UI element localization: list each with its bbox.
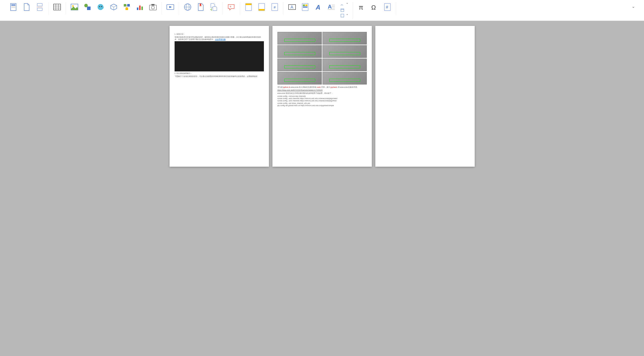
svg-rect-25 bbox=[141, 7, 143, 10]
3d-model-button[interactable] bbox=[108, 2, 119, 13]
cover-icon bbox=[10, 3, 18, 11]
picture-icon bbox=[70, 3, 78, 11]
omega-icon: Ω bbox=[370, 3, 378, 11]
svg-text:A: A bbox=[291, 5, 293, 9]
page1-text: 下图展示了该项目测试的部分，可以看出该模型的车牌检测和车牌识别的准确率还是很高的… bbox=[175, 75, 264, 77]
chart-button[interactable] bbox=[134, 2, 145, 13]
svg-text:#: # bbox=[274, 5, 276, 9]
page-thumbnail-1[interactable]: 1. 读者介绍： 车牌识别技术已经是非常成熟的技术，被研发出来的车牌识别算法也数… bbox=[170, 26, 269, 167]
svg-rect-18 bbox=[124, 4, 126, 7]
svg-rect-52 bbox=[341, 9, 344, 12]
bookmark-button[interactable] bbox=[195, 2, 206, 13]
collapse-ribbon-button[interactable]: ⌄ bbox=[628, 2, 639, 11]
textbox-icon: A bbox=[288, 3, 296, 11]
cover-page-button[interactable] bbox=[8, 2, 19, 13]
page1-text: 车牌识别技术已经是非常成熟的技术，被研发出来的车牌识别算法也数不胜数，并开发出各… bbox=[175, 36, 264, 40]
svg-rect-35 bbox=[246, 4, 252, 5]
sticker-icon bbox=[97, 3, 105, 11]
symbol-button[interactable]: Ω bbox=[369, 2, 380, 13]
page2-link: https://blog.csdn.net/ECHOSON/article/de… bbox=[277, 89, 367, 91]
footer-button[interactable] bbox=[256, 2, 267, 13]
crossref-icon bbox=[210, 3, 218, 11]
page1-text: 2. 部分测试效果展示： bbox=[175, 72, 264, 74]
svg-rect-26 bbox=[149, 5, 156, 10]
wordart-button[interactable]: A bbox=[313, 2, 324, 13]
svg-rect-20 bbox=[126, 8, 128, 10]
svg-text:A: A bbox=[315, 4, 320, 11]
page2-text: anaconda 安装完成之后请切换到国内的源来提高下载速度，命令如下： bbox=[277, 92, 367, 94]
table-button[interactable] bbox=[52, 2, 63, 13]
datetime-button[interactable] bbox=[339, 8, 349, 13]
header-button[interactable] bbox=[243, 2, 254, 13]
svg-text:A: A bbox=[328, 4, 332, 10]
svg-rect-23 bbox=[137, 8, 138, 10]
page-thumbnail-2[interactable]: 首先是 python & anaconda 的工具集优先需要安装 code 库来… bbox=[272, 26, 372, 167]
text-stack: ˅ ˅ bbox=[339, 2, 349, 18]
ribbon-group-headerfooter: # bbox=[240, 2, 284, 15]
shapes-button[interactable] bbox=[82, 2, 93, 13]
chart-icon bbox=[136, 3, 144, 11]
chevron-down-icon: ˅ bbox=[346, 3, 348, 6]
chevron-down-icon: ⌄ bbox=[632, 4, 635, 9]
header-icon bbox=[245, 3, 253, 11]
ribbon-group-text: A A A ˅ ˅ bbox=[284, 2, 353, 20]
blank-page-button[interactable] bbox=[21, 2, 32, 13]
link-button[interactable] bbox=[182, 2, 193, 13]
footer-icon bbox=[258, 3, 266, 11]
svg-text:π: π bbox=[359, 4, 363, 11]
screenshot-button[interactable] bbox=[147, 2, 158, 13]
page2-text: 首先是 python & anaconda 的工具集优先需要安装 code 库来… bbox=[277, 86, 367, 88]
ribbon-group-comments: + bbox=[223, 2, 240, 15]
pagenum-button[interactable]: # bbox=[269, 2, 280, 13]
svg-rect-4 bbox=[37, 4, 42, 6]
online-video-button[interactable] bbox=[165, 2, 176, 13]
ribbon-group-symbols: π Ω # bbox=[353, 2, 396, 15]
page-break-button[interactable] bbox=[34, 2, 45, 13]
dropcap-button[interactable]: A bbox=[326, 2, 337, 13]
smartart-icon bbox=[123, 3, 131, 11]
ribbon-group-links bbox=[179, 2, 223, 15]
icons-button[interactable] bbox=[95, 2, 106, 13]
svg-point-16 bbox=[99, 6, 100, 7]
equation-button[interactable]: π bbox=[356, 2, 367, 13]
svg-rect-28 bbox=[151, 4, 154, 6]
pi-icon: π bbox=[357, 3, 365, 11]
svg-text:#: # bbox=[386, 5, 388, 9]
comment-button[interactable]: + bbox=[226, 2, 237, 13]
svg-rect-37 bbox=[259, 9, 265, 11]
object-button[interactable]: ˅ bbox=[339, 13, 349, 18]
svg-rect-45 bbox=[303, 7, 307, 8]
page1-text: 1. 读者介绍： bbox=[175, 33, 264, 35]
parts-icon bbox=[301, 3, 309, 11]
comment-icon: + bbox=[227, 3, 235, 11]
quickparts-button[interactable] bbox=[300, 2, 311, 13]
video-icon bbox=[166, 3, 174, 11]
page-thumbnail-3[interactable] bbox=[375, 26, 475, 167]
svg-text:Ω: Ω bbox=[371, 4, 376, 11]
page1-code bbox=[175, 41, 264, 71]
svg-rect-54 bbox=[341, 14, 344, 17]
svg-rect-44 bbox=[305, 5, 307, 6]
svg-point-17 bbox=[101, 6, 102, 7]
ribbon-group-table bbox=[49, 2, 66, 15]
smartart-button[interactable] bbox=[121, 2, 132, 13]
ribbon-group-illustrations bbox=[66, 2, 162, 15]
svg-point-13 bbox=[72, 5, 74, 7]
crossref-button[interactable] bbox=[208, 2, 219, 13]
page2-image-grid bbox=[277, 32, 367, 84]
ribbon-group-media bbox=[162, 2, 179, 15]
number-button[interactable]: # bbox=[382, 2, 393, 13]
dropcap-icon: A bbox=[327, 3, 335, 11]
ribbon-insert-tab: + # A bbox=[0, 0, 644, 21]
picture-button[interactable] bbox=[69, 2, 80, 13]
textbox-button[interactable]: A bbox=[287, 2, 298, 13]
camera-icon bbox=[149, 3, 157, 11]
hash-icon: # bbox=[383, 3, 391, 11]
svg-text:+: + bbox=[230, 5, 231, 8]
chevron-down-icon: ˅ bbox=[346, 14, 348, 17]
page-break-icon bbox=[36, 3, 44, 11]
signature-button[interactable]: ˅ bbox=[339, 2, 349, 7]
document-workspace[interactable]: 1. 读者介绍： 车牌识别技术已经是非常成熟的技术，被研发出来的车牌识别算法也数… bbox=[0, 21, 644, 356]
svg-rect-15 bbox=[87, 7, 91, 10]
pagenum-icon: # bbox=[271, 3, 279, 11]
